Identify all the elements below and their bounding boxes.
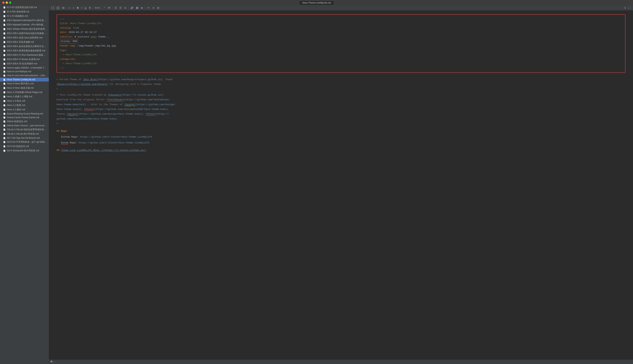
sidebar-item-io2[interactable]: 📄 IO-2-File-类的使用.md: [0, 10, 49, 14]
sidebar-item-how-jsdeliver[interactable]: 📄 How-to-apply-JsDelivr...e-livemylife-T…: [0, 66, 49, 70]
bq2-link1[interactable]: [Vincent]: [108, 94, 121, 96]
title-bar: Hexo-Theme-LiveMyLife.md: [0, 0, 633, 5]
editor-content[interactable]: --- title: Hexo-Theme-LiveMyLife catalog…: [49, 10, 633, 360]
sidebar-item-idea-mybatis-helper[interactable]: 📄 IDEA-MybatisCodeHelperPro-操作使用.md: [0, 18, 49, 22]
bq1-link-text[interactable]: [Hux Blog]: [83, 78, 98, 81]
file-icon: 📄: [3, 87, 6, 90]
fm-cat-dash: —: [63, 62, 65, 65]
minimize-button[interactable]: [6, 2, 8, 4]
fm-header-img-val: /img/header_img/lml_bg.jpg: [78, 44, 116, 47]
sidebar-item-label: Github-Open-Source-...pen-source-project…: [7, 124, 47, 127]
more-button[interactable]: ⊞: [156, 6, 160, 10]
file-icon: 📄: [3, 24, 6, 26]
sidebar-item-hexo-1[interactable]: 📄 Hexo-1-搭建个人博客.md: [0, 94, 49, 99]
blockquote-1-close: >: [57, 87, 625, 91]
bq2-link5[interactable]: [dusign]: [67, 112, 79, 115]
bq2-link3[interactable]: [dusign]: [124, 103, 136, 106]
sidebar-item-idea-mybatis-crack[interactable]: 📄 IDEA-MybatisCodeHel...rPro-插件破解版安装.md: [0, 22, 49, 27]
file-icon: 📄: [3, 41, 6, 44]
sidebar-item-idea-dashboard[interactable]: 📄 IDEA-IDEA-中-Run-Dashboard-面板开启.md: [0, 53, 49, 57]
code-inline-button[interactable]: 66: [107, 6, 111, 10]
file-icon: 📄: [3, 28, 6, 30]
content-body: > Ported Theme of [Hux Blog](https://git…: [57, 77, 625, 152]
fm-catalog-key: catalog:: [60, 26, 73, 29]
sidebar-item-io1[interactable]: 📄 IO-1-IO-基础概念.md: [0, 14, 49, 18]
fm-sticky-highlighted: sticky: 999: [60, 39, 78, 44]
bq1-line2-link[interactable]: [Huxpro](https://github.com/Huxpro): [57, 83, 108, 86]
bq2-link4-url: (https://github.com/shixiaohu2206/hexo-t…: [94, 108, 168, 111]
sidebar-item-idea-hint[interactable]: 📄 IDEA-IDEA-设置代码自动提示快捷键.md: [0, 31, 49, 36]
image-button[interactable]: 🖼: [135, 6, 139, 10]
file-icon: 📄: [3, 124, 6, 127]
table-button[interactable]: ⊞: [140, 6, 144, 10]
sidebar-item-hexo-1-2[interactable]: 📄 Hexo-1-2-配置.md: [0, 103, 49, 108]
sidebar-item-idea-bower[interactable]: 📄 IDEA-IDEA-中-Bower-的使用.md: [0, 57, 49, 62]
maximize-button[interactable]: [9, 2, 11, 4]
code-fence-button[interactable]: {}: [151, 6, 156, 10]
preview-button[interactable]: [61, 6, 66, 10]
sidebar-item-git-7[interactable]: 📄 Git-7-Git-Tag-And-Git-Branch.md: [0, 136, 49, 140]
align-right-button[interactable]: ≡: [72, 6, 75, 10]
section-view-live-link[interactable]: [View Live LiveMyLife Blog →](https://v-…: [61, 149, 146, 152]
expand-button[interactable]: ⛶: [627, 6, 631, 10]
sidebar-item-label: IDEA-IDEA-26 款实用插件.md: [7, 62, 37, 65]
fm-tags-key: tags:: [60, 49, 67, 52]
search-icon: 🔍: [51, 360, 53, 363]
ordered-list-button[interactable]: ☰: [119, 6, 122, 10]
sidebar-item-github-open-source[interactable]: 📄 Github-Open-Source-...pen-source-proje…: [0, 124, 49, 128]
task-list-button[interactable]: ☑: [123, 6, 127, 10]
sidebar-item-io3[interactable]: 📄 IO-3-IO-流原理及流的分类.md: [0, 5, 49, 10]
active-tab[interactable]: Hexo-Theme-LiveMyLife.md: [299, 0, 334, 5]
align-left-button[interactable]: ≡: [68, 6, 71, 10]
sidebar-item-idea-remote[interactable]: 📄 IDEA-IDEA-实现-Java-远程调试.md: [0, 36, 49, 40]
sidebar-item-label: Git-7-Git-Tag-And-Git-Branch.md: [7, 137, 40, 139]
github-url[interactable]: https://github.com/V-Vincen/hexo-theme-l…: [80, 136, 152, 138]
code-block-button[interactable]: <>: [146, 6, 151, 10]
sidebar-item-hexo-2[interactable]: 📄 Hexo-2-开始搭建-Github-Pages.md: [0, 90, 49, 94]
gitee-repo-line: Gitee Repo: https://gitee.com/V_Vincen/h…: [61, 140, 625, 145]
heading-dropdown[interactable]: H1 ▾: [94, 6, 100, 10]
italic-button[interactable]: I: [80, 6, 83, 10]
sidebar-item-hexo-1-1[interactable]: 📄 Hexo-1-1-建站.md: [0, 108, 49, 112]
sidebar-item-idea-jrebel[interactable]: 📄 IDEA-JRebel-XRebel-插件安装和使用.md: [0, 27, 49, 31]
link-button[interactable]: 🔗: [130, 6, 134, 10]
sidebar-item-idea-install[interactable]: 📄 IDEA-IDEA-安装及破解.md: [0, 40, 49, 44]
main-container: 📄 IO-3-IO-流原理及流的分类.md 📄 IO-2-File-类的使用.m…: [0, 5, 633, 364]
strikethrough-button[interactable]: S: [88, 6, 92, 10]
sidebar-item-idea-config[interactable]: 📄 IDEA-IDEA-使用前最好修改的配置.md: [0, 48, 49, 53]
sidebar-item-how-i18n[interactable]: 📄 How-to-Use-Internationalization（i18n）.…: [0, 74, 49, 78]
sidebar-item-label: Git-5-Git-实战总结.md: [7, 145, 29, 148]
gitee-url[interactable]: https://gitee.com/V_Vincen/hexo-theme-li…: [79, 141, 149, 144]
sidebar-item-idea-plugins[interactable]: 📄 IDEA-IDEA-26 款实用插件.md: [0, 62, 49, 66]
bq2-link2[interactable]: [YenYuHsuan]: [106, 98, 124, 101]
blockquote-button[interactable]: ““: [103, 6, 106, 10]
sidebar-item-git-5[interactable]: 📄 Git-5-Git-实战总结.md: [0, 144, 49, 148]
sidebar-item-gitlab-2[interactable]: 📄 GitLab-2-GitLab-初始化设置和项目创建.md: [0, 128, 49, 132]
underline-button[interactable]: U: [84, 6, 87, 10]
sidebar-item-gitlab-1[interactable]: 📄 GitLab-1-GitLab-简介和安装.md: [0, 132, 49, 136]
fm-subtitle-key: subtitle:: [60, 36, 75, 38]
sidebar-item-idea-comment[interactable]: 📄 IDEA-IDEA-如何设置类头注释和方法注释.md: [0, 44, 49, 48]
bq2-prefix: > This LiveMyLife theme created by: [57, 94, 108, 96]
sidebar-item-hexo-theme[interactable]: 📄 Hexo-Theme-LiveMyLife.md: [0, 78, 49, 82]
layout-split-button[interactable]: [56, 6, 60, 10]
bq2-link6[interactable]: [Utone]: [146, 112, 156, 115]
sidebar-item-github-accel[interactable]: 📄 Github-加速优化.md: [0, 119, 49, 124]
bold-button[interactable]: B: [76, 6, 80, 10]
sidebar-item-git-6[interactable]: 📄 Git-6-Git-不常用到的命...这个-git-你就懂了).md: [0, 140, 49, 144]
sidebar-item-git-4[interactable]: 📄 Git-4-TortoiseGit-简介和安装.md: [0, 148, 49, 153]
bullet-list-button[interactable]: ☰: [114, 6, 118, 10]
layout-single-button[interactable]: [51, 6, 55, 10]
tab-bar: Hexo-Theme-LiveMyLife.md: [299, 0, 334, 5]
sidebar-item-hexo-4-img[interactable]: 📄 Hexo-4-Hexo-图片插入.md: [0, 82, 49, 86]
sidebar-item-hexo-3[interactable]: 📄 Hexo-3-Hexo-修改主题.md: [0, 86, 49, 90]
sidebar-item-how-mathjax[interactable]: 📄 How-to-Use-Mathjax.md: [0, 70, 49, 74]
blockquote-2-close: >: [57, 122, 625, 126]
bq2-link4[interactable]: [Utone]: [84, 108, 94, 111]
close-button[interactable]: [2, 2, 5, 4]
sidebar-item-hexo-1-3[interactable]: 📄 Hexo-1-3-指令.md: [0, 99, 49, 103]
sidebar-item-label: IDEA-IDEA-如何设置类头注释和方法注释.md: [7, 45, 47, 48]
sidebar-item-guava-cache[interactable]: 📄 Guava-Cache-Guava-Cache.md: [0, 116, 49, 119]
sidebar-item-guava-retrying[interactable]: 📄 Guava-Retrying-Guava-Retrying.md: [0, 112, 49, 116]
info-button[interactable]: ℹ: [624, 6, 626, 10]
